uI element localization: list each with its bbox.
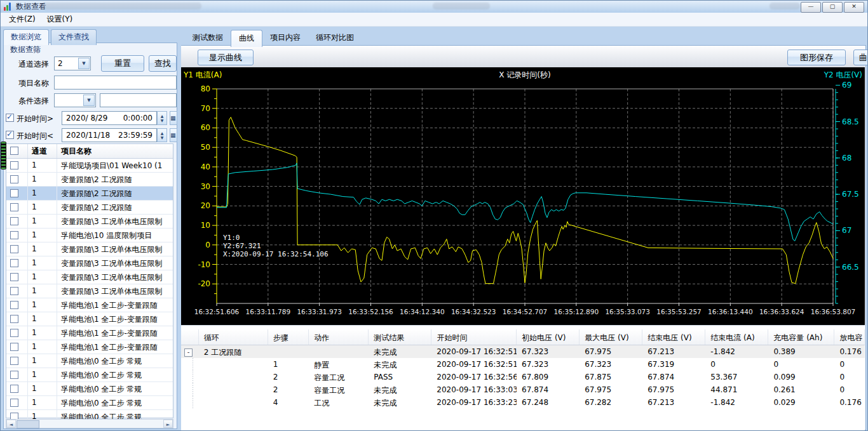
row-checkbox[interactable]: [10, 287, 18, 295]
project-row[interactable]: 1变量跟随\3 工况单体电压限制: [6, 215, 173, 229]
collapse-icon[interactable]: -: [184, 348, 193, 357]
svg-text:68.5: 68.5: [842, 117, 859, 126]
start-before-checkbox[interactable]: [6, 131, 14, 139]
project-name-cell: 孚能电池\0 全工步 常规: [57, 396, 163, 409]
condition-select[interactable]: ▼: [54, 93, 96, 107]
minimize-icon[interactable]: —: [801, 2, 821, 13]
project-table-header: 通道 项目名称: [6, 144, 173, 159]
project-row[interactable]: 1孚能电池\0 全工步 常规: [6, 382, 173, 396]
tab-curve[interactable]: 曲线: [231, 30, 262, 47]
project-row[interactable]: 1孚能电池\1 全工步-变量跟随: [6, 340, 173, 354]
column-header: 充电容量 (Ah): [768, 329, 834, 345]
chevron-down-icon[interactable]: ▼: [83, 95, 95, 106]
project-row[interactable]: 1变量跟随\3 工况单体电压限制: [6, 270, 173, 284]
close-icon[interactable]: ✕: [844, 2, 864, 13]
maximize-icon[interactable]: ▢: [822, 2, 843, 13]
calendar-icon[interactable]: ▦: [170, 128, 177, 142]
result-table-header: 循环步骤动作测试结果开始时间初始电压 (V)最大电压 (V)结束电压 (V)结束…: [181, 329, 865, 345]
tab-cycle-compare[interactable]: 循环对比图: [308, 30, 362, 47]
svg-text:20: 20: [201, 201, 210, 210]
project-name-cell: 变量跟随\3 工况单体电压限制: [57, 242, 163, 256]
row-checkbox[interactable]: [10, 399, 18, 407]
cap_dis-cell: 0: [834, 358, 865, 371]
tab-file-find[interactable]: 文件查找: [51, 29, 97, 45]
project-table-hscrollbar[interactable]: ◄ ►: [6, 419, 173, 428]
select-all-checkbox[interactable]: [10, 147, 18, 155]
project-row[interactable]: 1孚能电池\0 全工步 常规: [6, 354, 173, 368]
project-row[interactable]: 1变量跟随\3 工况单体电压限制: [6, 256, 173, 270]
scrollbar-thumb[interactable]: [17, 420, 39, 428]
result-cell: 未完成: [369, 383, 431, 396]
project-row[interactable]: 1变量跟随\3 工况单体电压限制: [6, 284, 173, 298]
chevron-down-icon[interactable]: ▼: [78, 58, 90, 69]
project-row[interactable]: 1孚能电池\1 全工步-变量跟随: [6, 312, 173, 326]
tab-project-content[interactable]: 项目内容: [262, 30, 308, 47]
row-checkbox[interactable]: [10, 245, 18, 253]
svg-text:16:33:11.789: 16:33:11.789: [246, 308, 291, 315]
curve-chart[interactable]: 80706050403020100-10-206968.56867.56766.…: [181, 67, 865, 325]
result-row[interactable]: 1静置未完成2020-09-17 16:32:5167.32367.32367.…: [181, 358, 865, 371]
save-graph-button[interactable]: 图形保存: [787, 50, 846, 65]
row-checkbox[interactable]: [10, 329, 18, 337]
start-after-datetime[interactable]: 2020/ 8/29 0:00:00: [62, 111, 157, 125]
svg-text:16:36:13.440: 16:36:13.440: [708, 308, 753, 315]
curve-chart-svg[interactable]: 80706050403020100-10-206968.56867.56766.…: [181, 67, 865, 325]
result-row[interactable]: 2容量工况未完成2020-09-17 16:33:0367.87467.9756…: [181, 383, 865, 396]
condition-value-input[interactable]: [100, 93, 177, 107]
show-curve-button[interactable]: 显示曲线: [198, 50, 254, 65]
calendar-icon[interactable]: ▦: [170, 111, 177, 125]
row-checkbox[interactable]: [10, 161, 18, 169]
start-before-datetime[interactable]: 2020/11/18 23:59:59: [62, 128, 157, 142]
action-cell: 容量工况: [309, 371, 369, 383]
row-checkbox[interactable]: [10, 357, 18, 365]
svg-text:80: 80: [201, 84, 210, 93]
row-checkbox[interactable]: [10, 259, 18, 267]
result-row[interactable]: 2容量工况PASS2020-09-17 16:32:5667.80967.875…: [181, 371, 865, 383]
row-checkbox[interactable]: [10, 189, 18, 197]
row-checkbox[interactable]: [10, 203, 18, 211]
column-header: 初始电压 (V): [517, 329, 580, 345]
row-checkbox[interactable]: [10, 385, 18, 393]
window-title: 数据查看: [16, 1, 46, 12]
row-checkbox[interactable]: [10, 273, 18, 281]
project-row[interactable]: 1孚能电池\1 全工步-变量跟随: [6, 298, 173, 312]
v0-cell: 67.809: [517, 371, 580, 383]
result-row[interactable]: 4工况未完成2020-09-17 16:33:2367.24867.28267.…: [181, 396, 865, 409]
project-row[interactable]: 1变量跟随\2 工况跟随: [6, 201, 173, 215]
project-row[interactable]: 1孚能电池\0 全工步 常规: [6, 396, 173, 410]
menu-file[interactable]: 文件(Z): [3, 13, 41, 26]
cap_dis-cell: 0: [834, 371, 865, 383]
row-checkbox[interactable]: [10, 371, 18, 379]
project-row[interactable]: 1孚能电池\0 全工步 常规: [6, 368, 173, 382]
start-after-spinner[interactable]: ▲▼: [157, 111, 167, 125]
project-row[interactable]: 1变量跟随\2 工况跟随: [6, 173, 173, 187]
svg-text:Y1:0: Y1:0: [223, 234, 240, 242]
row-checkbox[interactable]: [10, 315, 18, 323]
project-row[interactable]: 1变量跟随\3 工况单体电压限制: [6, 242, 173, 256]
project-row[interactable]: 1孚能电池\10 温度限制项目: [6, 229, 173, 242]
start-after-checkbox[interactable]: [6, 114, 14, 122]
find-button[interactable]: 查找: [149, 55, 177, 72]
project-name-input[interactable]: [54, 76, 177, 90]
row-checkbox[interactable]: [10, 301, 18, 309]
tab-data-browse[interactable]: 数据浏览: [3, 29, 49, 45]
result-row[interactable]: -2 工况跟随未完成2020-09-17 16:32:5167.32367.97…: [181, 345, 865, 358]
channel-select[interactable]: 2 ▼: [54, 56, 91, 70]
start-before-spinner[interactable]: ▲▼: [157, 128, 167, 142]
menu-settings[interactable]: 设置(Y): [41, 13, 79, 26]
row-checkbox[interactable]: [10, 217, 18, 225]
save-curve-button[interactable]: 曲: [853, 50, 868, 65]
row-checkbox[interactable]: [10, 231, 18, 239]
reset-button[interactable]: 重置: [101, 55, 144, 72]
row-checkbox[interactable]: [10, 343, 18, 351]
result-cell: 未完成: [369, 345, 431, 358]
row-checkbox[interactable]: [10, 175, 18, 183]
result-cell: PASS: [369, 371, 431, 383]
project-row[interactable]: 1孚能电池\1 全工步-变量跟随: [6, 326, 173, 340]
svg-text:16:33:31.973: 16:33:31.973: [297, 308, 342, 315]
svg-text:16:35:12.890: 16:35:12.890: [554, 308, 599, 315]
splitter-grip[interactable]: [1, 142, 6, 169]
tab-test-data[interactable]: 测试数据: [185, 30, 231, 47]
project-row[interactable]: 1变量跟随\2 工况跟随: [6, 187, 173, 201]
project-row[interactable]: 1孚能现场项目\01 Week10 (1): [6, 159, 173, 173]
